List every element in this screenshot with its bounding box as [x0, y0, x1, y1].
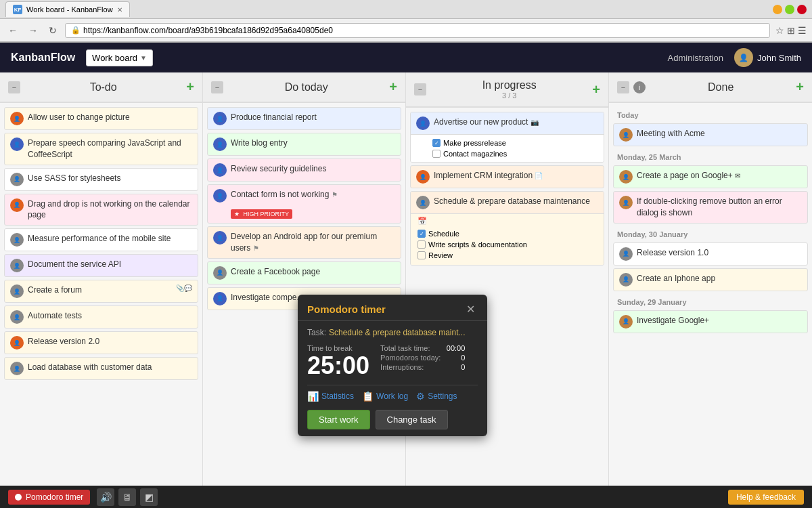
table-row[interactable]: 👤 Review security guidelines	[207, 158, 401, 182]
close-tab-button[interactable]: ✕	[117, 6, 122, 14]
settings-link[interactable]: ⚙ Settings	[416, 391, 457, 402]
add-dotoday-button[interactable]: +	[389, 79, 397, 95]
board-selector[interactable]: Work board ▼	[86, 49, 153, 66]
close-button[interactable]	[797, 5, 807, 14]
task-label: Schedule	[428, 230, 459, 238]
task-checkbox[interactable]	[432, 150, 441, 158]
card-text: Meeting with Acme	[637, 128, 802, 140]
collapse-done-button[interactable]: −	[617, 81, 629, 93]
statistics-label: Statistics	[321, 391, 354, 401]
column-dotoday-header: − Do today +	[203, 72, 405, 103]
task-checkbox[interactable]	[418, 240, 426, 249]
ssl-icon: 🔒	[71, 26, 81, 35]
task-checkbox[interactable]: ✓	[432, 139, 441, 147]
statistics-link[interactable]: 📊 Statistics	[307, 391, 354, 402]
pomodoro-timer-button[interactable]: Pomodoro timer	[8, 490, 90, 505]
task-label: Contact magazines	[443, 150, 507, 158]
task-label: Review	[428, 251, 453, 259]
collapse-todo-button[interactable]: −	[8, 81, 20, 93]
close-modal-button[interactable]: ✕	[463, 301, 478, 316]
table-row[interactable]: 👤 Drag and drop is not working on the ca…	[4, 194, 198, 226]
add-todo-button[interactable]: +	[186, 79, 194, 95]
reload-button[interactable]: ↻	[46, 24, 60, 37]
extension-button[interactable]: ⊞	[787, 25, 795, 36]
avatar: 👤	[10, 112, 24, 125]
table-row[interactable]: 👤 Advertise our new product 📷 ✓ Make pre…	[410, 112, 604, 163]
modal-title: Pomodoro timer	[307, 303, 386, 315]
work-log-link[interactable]: 📋 Work log	[362, 391, 408, 402]
help-feedback-button[interactable]: Help & feedback	[728, 490, 804, 505]
table-row[interactable]: 👤 Prepare speech comparing JavaScript an…	[4, 133, 198, 165]
table-row[interactable]: 👤 Create a page on Google+ ✉	[613, 165, 808, 188]
pomodoros-today-label: Pomodoros today:	[380, 354, 441, 362]
table-row[interactable]: 👤 Write blog entry	[207, 133, 401, 156]
avatar: 👤	[10, 173, 24, 186]
bookmark-button[interactable]: ☆	[775, 25, 784, 36]
monitor-icon-button[interactable]: 🖥	[118, 488, 136, 506]
table-row[interactable]: 👤 Produce financial report	[207, 107, 401, 130]
forward-button[interactable]: →	[26, 24, 41, 37]
table-row[interactable]: 👤 Schedule & prepare database maintenanc…	[410, 191, 604, 266]
table-row[interactable]: 👤 Create a forum 📎💬	[4, 280, 198, 303]
column-done: − i Done + Today 👤 Meeting with Acme Mon…	[609, 72, 812, 486]
avatar: 👤	[10, 284, 24, 298]
settings-label: Settings	[428, 391, 457, 401]
change-task-button[interactable]: Change task	[376, 410, 448, 429]
browser-tab[interactable]: KF Work board - KanbanFlow ✕	[5, 1, 130, 17]
user-info: 👤 John Smith	[734, 48, 801, 67]
modal-header: Pomodoro timer ✕	[298, 295, 487, 321]
task-checkbox[interactable]	[418, 251, 426, 259]
info-icon[interactable]: i	[633, 81, 646, 93]
add-done-button[interactable]: +	[796, 79, 804, 95]
table-row[interactable]: 👤 Use SASS for stylesheets	[4, 168, 198, 191]
table-row[interactable]: 👤 Release version 2.0	[4, 331, 198, 354]
card-text: Use SASS for stylesheets	[28, 173, 192, 184]
card-text: Drag and drop is not working on the cale…	[28, 198, 192, 221]
table-row[interactable]: 👤 Create a Facebook page	[207, 261, 401, 284]
menu-button[interactable]: ☰	[798, 25, 807, 36]
statistics-icon: 📊	[307, 391, 319, 402]
table-row[interactable]: 👤 Contact form is not working ⚑ ★ HIGH P…	[207, 184, 401, 224]
address-bar[interactable]: 🔒 https://kanbanflow.com/board/a93b619bc…	[65, 23, 770, 38]
card-text: Measure performance of the mobile site	[28, 233, 192, 245]
start-work-button[interactable]: Start work	[307, 410, 370, 429]
avatar: 👤	[213, 163, 227, 177]
user-name: John Smith	[757, 53, 801, 63]
speaker-icon-button[interactable]: 🔊	[97, 488, 114, 506]
priority-badge: ★ HIGH PRIORITY	[231, 209, 292, 219]
collapse-inprogress-button[interactable]: −	[414, 83, 426, 96]
done-section-monday25: Monday, 25 March	[613, 149, 808, 163]
column-done-title: Done	[708, 81, 734, 93]
maximize-button[interactable]	[785, 5, 794, 14]
modal-actions: Start work Change task	[307, 410, 478, 429]
display-icon-button[interactable]: ◩	[140, 488, 158, 506]
table-row[interactable]: 👤 Develop an Android app for our premium…	[207, 226, 401, 259]
table-row[interactable]: 👤 Investigate Google+	[613, 310, 808, 333]
column-done-body: Today 👤 Meeting with Acme Monday, 25 Mar…	[609, 103, 812, 486]
table-row[interactable]: 👤 Release version 1.0	[613, 242, 808, 266]
avatar: 👤	[619, 273, 633, 287]
table-row[interactable]: 👤 Automate tests	[4, 305, 198, 329]
add-inprogress-button[interactable]: +	[592, 82, 600, 98]
tab-title: Work board - KanbanFlow	[26, 5, 113, 14]
table-row[interactable]: 👤 Load database with customer data	[4, 357, 198, 380]
table-row[interactable]: 👤 Meeting with Acme	[613, 123, 808, 146]
table-row[interactable]: 👤 Create an Iphone app	[613, 268, 808, 291]
task-checkbox[interactable]: ✓	[418, 230, 426, 238]
table-row[interactable]: 👤 Measure performance of the mobile site	[4, 228, 198, 251]
avatar: 👤	[734, 48, 753, 67]
task-label-row: Task: Schedule & prepare database maint.…	[307, 328, 478, 337]
admin-link[interactable]: Administration	[668, 53, 723, 63]
table-row[interactable]: 👤 Implement CRM integration 📄	[410, 165, 604, 188]
avatar: 👤	[213, 292, 227, 305]
collapse-dotoday-button[interactable]: −	[211, 81, 223, 93]
table-row[interactable]: 👤 Document the service API	[4, 254, 198, 277]
table-row[interactable]: 👤 If double-clicking remove button an er…	[613, 191, 808, 224]
back-button[interactable]: ←	[5, 24, 20, 37]
card-icons: 📎💬	[176, 284, 192, 292]
minimize-button[interactable]	[773, 5, 782, 14]
modal-links: 📊 Statistics 📋 Work log ⚙ Settings	[307, 385, 478, 402]
table-row[interactable]: 👤 Allow user to change picture	[4, 107, 198, 130]
card-text: Allow user to change picture	[28, 112, 192, 123]
pomodoro-dot-icon	[15, 494, 22, 501]
